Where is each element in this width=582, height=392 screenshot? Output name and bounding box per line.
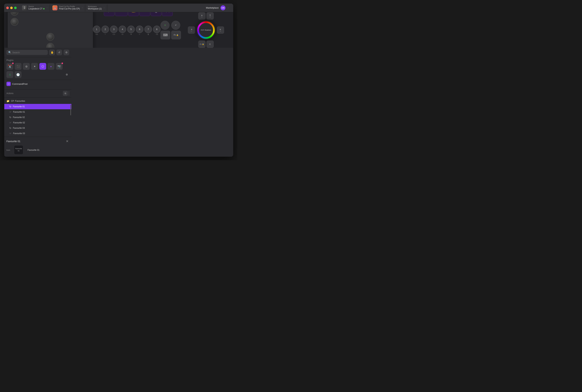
fn-keyboard-key[interactable]: ⌨ xyxy=(161,31,170,39)
twitch-icon: ⬥ xyxy=(50,65,52,68)
left-knob-3[interactable] xyxy=(11,18,19,26)
screen-cell-fav01-3[interactable]: Favourite 01 xyxy=(115,12,128,16)
compass-icon: ⊛ xyxy=(25,65,28,68)
actions-copy-button[interactable]: ⧉ xyxy=(63,91,68,96)
plugin-spotify[interactable]: ♫ xyxy=(7,71,13,78)
commandpost-header: ⬡ CommandPost xyxy=(7,82,69,86)
action-item-fav01-rotate[interactable]: ↻ Favourite 01 xyxy=(4,104,71,109)
screen-cell-na-2[interactable]: N/A xyxy=(128,12,139,16)
fcp-icon: ✂️ xyxy=(8,64,12,68)
nav-marketplace[interactable]: Marketplace CH › xyxy=(203,4,231,12)
num-label-2: ⇧ xyxy=(105,34,106,35)
sliders-icon: ⚙ xyxy=(66,73,68,76)
device-icon: 🎛 xyxy=(22,5,27,10)
num-key-4[interactable]: 4 xyxy=(119,26,126,33)
marketplace-label: Marketplace xyxy=(206,6,219,9)
num-label-6: ↵ xyxy=(139,34,140,35)
user-avatar[interactable]: CH xyxy=(220,5,225,10)
actions-header: Actions ⧉ xyxy=(4,90,71,98)
num-key-2[interactable]: 2 xyxy=(102,26,109,33)
device-chevron-icon: › xyxy=(47,7,47,9)
wheel-container: ▲ A ▼ B ◄ C xyxy=(182,12,230,48)
minimize-button[interactable] xyxy=(10,6,13,9)
nav-device[interactable]: 🎛 Device Loupedeck CT › xyxy=(20,4,50,12)
fn-circle-key[interactable]: ⊙ xyxy=(161,21,169,30)
action-label: Favourite 01 xyxy=(13,111,25,113)
plugins-filter-button[interactable]: ⚙ xyxy=(64,72,69,77)
plugin-fcp[interactable]: ✂️ xyxy=(7,63,13,70)
device-status-dot xyxy=(43,8,45,10)
plugins-section: Plugins ✂️ ⬛ ⊛ xyxy=(4,57,71,80)
action-item-fav01-touch[interactable]: ☞ Favourite 01 xyxy=(4,109,71,115)
num-label-8: ⌫ xyxy=(156,34,158,35)
actions-title: Actions xyxy=(7,92,14,94)
icon-preview[interactable]: Favourite 01 xyxy=(14,145,23,154)
action-label: Favourite 02 xyxy=(13,122,25,124)
num-label-4: Alt xyxy=(122,34,124,35)
tools-icon: ✦ xyxy=(34,65,36,68)
action-label: Favourite 02 xyxy=(13,116,25,118)
nav-profile[interactable]: ✂️ Final Cut Pro Profile Final Cut Pro (… xyxy=(50,4,85,12)
screen-cell-fav01-4[interactable]: Favourite 01 xyxy=(139,12,150,16)
plugin-tools[interactable]: ✦ xyxy=(31,63,38,70)
fn-lock-bottom-left[interactable]: Fn 🔒 xyxy=(198,40,205,48)
wheel-btn-down[interactable]: ▼ B xyxy=(206,12,214,20)
main-content: loupedeck MouseWheel:Vertical xyxy=(4,12,233,48)
detail-name-value: Favourite 01 xyxy=(28,149,40,151)
search-input-wrap[interactable]: 🔍 xyxy=(7,50,48,55)
plugin-clock[interactable]: 🕐 xyxy=(15,71,22,78)
action-item-fav02-touch[interactable]: ☞ Favourite 02 xyxy=(4,120,71,125)
screen-cell-about-fcp2[interactable]: About Final Cut Pro xyxy=(151,12,161,16)
search-input[interactable] xyxy=(12,51,46,54)
right-knobs xyxy=(46,33,54,48)
wheel-btn-left[interactable]: ◄ C xyxy=(188,26,195,34)
hand-tool-button[interactable]: ✋ xyxy=(49,50,55,55)
wheel-btn-up[interactable]: ▲ A xyxy=(198,12,205,20)
plugin-camera[interactable]: 📷 xyxy=(56,63,63,70)
fn-lock-key[interactable]: Fn 🔒 xyxy=(171,31,181,39)
num-key-6-col: 6 ↵ xyxy=(136,26,143,35)
right-knob-2[interactable] xyxy=(46,43,54,48)
maximize-button[interactable] xyxy=(14,6,17,9)
commandpost-section: ⬡ CommandPost xyxy=(4,80,71,90)
num-key-3[interactable]: 3 xyxy=(110,26,118,33)
action-item-fav02-rotate[interactable]: ↻ Favourite 02 xyxy=(4,115,71,120)
close-button[interactable] xyxy=(6,6,9,9)
nav-items: 🎛 Device Loupedeck CT › ✂️ Final Cut Pro… xyxy=(20,4,231,12)
num-key-7[interactable]: 7 xyxy=(144,26,152,33)
commandpost-title: CommandPost xyxy=(12,82,28,85)
num-key-5[interactable]: 5 xyxy=(127,26,135,33)
screen-cell-playhead[interactable]: Playhead xyxy=(104,12,115,16)
nav-workspace[interactable]: Workspace Workspace (1) › xyxy=(85,4,107,11)
plugin-companion[interactable]: ⬛ xyxy=(15,63,22,70)
right-knob-1[interactable] xyxy=(46,33,54,41)
wheel-btn-right[interactable]: ► D xyxy=(217,26,224,34)
action-item-fav03-rotate[interactable]: ↻ Favourite 03 xyxy=(4,125,71,131)
wheel-btn-e[interactable]: E xyxy=(206,40,214,48)
num-key-8[interactable]: 8 xyxy=(153,26,161,33)
wheel-label: FCP Shadows xyxy=(199,23,213,37)
detail-panel: Favourite 01 ✕ Icon Favourite 01 Favouri… xyxy=(4,137,71,157)
left-knob-2[interactable] xyxy=(11,12,19,16)
profile-chevron-icon: › xyxy=(82,7,83,9)
num-key-1[interactable]: 1 xyxy=(93,26,100,33)
plugin-twitch[interactable]: ⬥ xyxy=(48,63,54,70)
plugin-compass[interactable]: ⊛ xyxy=(23,63,30,70)
fn-enter-key[interactable]: ↵ xyxy=(171,21,180,30)
profile-label: Final Cut Pro Profile xyxy=(59,6,80,8)
action-item-fav03-touch[interactable]: ☞ Favourite 03 xyxy=(4,131,71,136)
actions-section: Actions ⧉ 📁 CP: Favourites xyxy=(4,90,71,137)
rotate-icon: ↻ xyxy=(9,105,12,108)
plugin-commandpost[interactable]: ⬡ xyxy=(39,63,46,70)
detail-close-button[interactable]: ✕ xyxy=(65,139,69,144)
color-wheel[interactable]: FCP Shadows xyxy=(196,20,216,40)
refresh-button[interactable]: ↺ xyxy=(56,50,62,55)
commandpost-header-icon: ⬡ xyxy=(7,82,11,86)
plugins-row: ✂️ ⬛ ⊛ ✦ xyxy=(7,63,69,78)
marketplace-chevron-icon: › xyxy=(228,7,228,9)
workspace-label: Workspace xyxy=(88,6,102,8)
filter-button[interactable]: ⚙ xyxy=(64,50,69,55)
action-folder-cp-favourites[interactable]: 📁 CP: Favourites xyxy=(4,98,71,104)
num-key-6[interactable]: 6 xyxy=(136,26,143,33)
num-key-1-col: 1 Tab xyxy=(93,26,100,35)
